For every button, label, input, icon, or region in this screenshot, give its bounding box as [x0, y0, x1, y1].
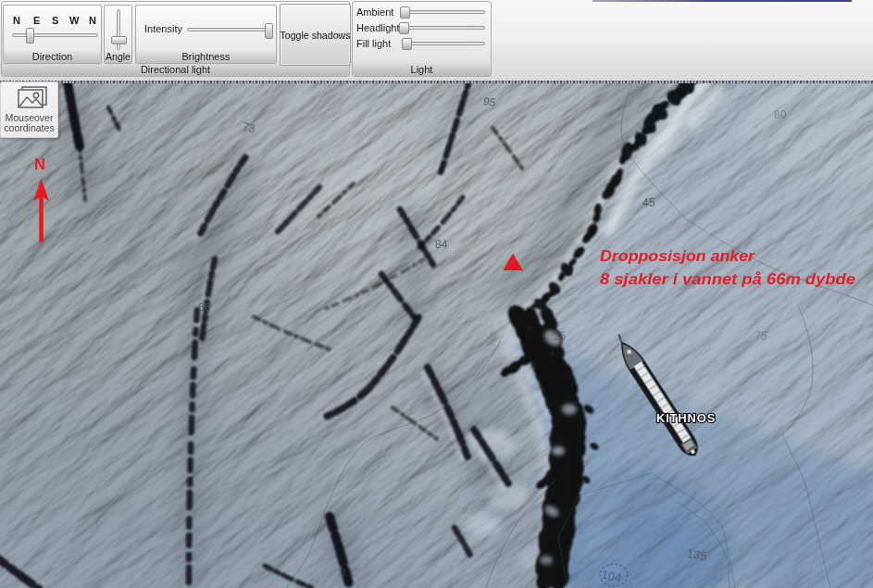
svg-text:8 sjakler i vannet på 66m dybd: 8 sjakler i vannet på 66m dybde — [600, 271, 855, 287]
svg-text:KITHNOS: KITHNOS — [656, 411, 716, 425]
svg-text:80: 80 — [774, 108, 787, 121]
svg-text:45: 45 — [642, 196, 655, 209]
svg-text:95: 95 — [482, 94, 497, 109]
svg-text:11: 11 — [337, 568, 347, 578]
svg-text:35: 35 — [554, 330, 567, 343]
svg-text:84: 84 — [435, 238, 448, 251]
svg-text:66: 66 — [198, 301, 211, 314]
svg-text:N: N — [34, 156, 45, 172]
svg-text:Dropposisjon anker: Dropposisjon anker — [600, 248, 755, 264]
svg-text:75: 75 — [755, 330, 767, 343]
